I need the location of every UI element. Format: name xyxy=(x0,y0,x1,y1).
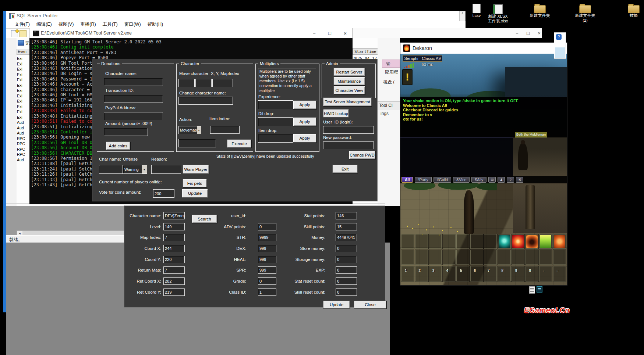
experience-input[interactable] xyxy=(258,100,293,109)
exit-button[interactable]: Exit xyxy=(332,165,358,173)
chat-tab[interactable]: #Guild xyxy=(434,177,451,183)
vote-coins-input[interactable]: 200 xyxy=(153,189,174,198)
hotbar-slot[interactable] xyxy=(484,234,497,249)
menu-item[interactable]: 文件(F) xyxy=(15,21,30,28)
hotbar-slot[interactable] xyxy=(553,250,566,265)
hotbar-slot[interactable] xyxy=(539,250,552,265)
field-input[interactable]: 15 xyxy=(336,223,357,230)
hotbar-key-slot[interactable]: 4 xyxy=(443,266,456,282)
dil-drop-input[interactable] xyxy=(258,117,293,126)
hotbar-slot[interactable] xyxy=(498,250,511,265)
hotbar-key-slot[interactable]: 1 xyxy=(401,266,414,282)
hotbar-slot[interactable] xyxy=(401,234,414,249)
character-extra-input[interactable] xyxy=(178,139,216,147)
hotbar-slot[interactable] xyxy=(456,250,469,265)
chat-tab[interactable]: &Vice xyxy=(453,177,470,183)
field-input[interactable]: 219 xyxy=(163,288,185,296)
maximize-button[interactable]: □ xyxy=(523,29,533,37)
field-input[interactable]: 7 xyxy=(163,234,185,241)
hotbar-slot[interactable] xyxy=(470,234,483,249)
console-minimize-button[interactable]: − xyxy=(309,30,320,36)
hotbar-key-slot[interactable]: 2 xyxy=(415,266,428,282)
chevron-down-icon[interactable]: ▼ xyxy=(197,126,201,134)
console-close-button[interactable]: × xyxy=(340,30,351,36)
field-input[interactable]: 244 xyxy=(163,245,185,252)
hotbar-key-slot[interactable]: 0 xyxy=(526,266,538,282)
paypal-address-input[interactable] xyxy=(104,112,163,120)
minimize-button[interactable]: − xyxy=(512,29,522,37)
editor-update-button[interactable]: Update xyxy=(323,301,350,309)
hotbar-slot[interactable] xyxy=(498,234,511,249)
menu-item[interactable]: 工具(T) xyxy=(103,21,118,28)
field-input[interactable]: 282 xyxy=(163,277,185,285)
hotbar-key-slot[interactable]: - xyxy=(539,266,552,282)
transaction-id-input[interactable] xyxy=(104,95,163,103)
field-input[interactable]: 146 xyxy=(336,212,357,219)
close-button[interactable]: × xyxy=(534,29,544,37)
offense-dropdown[interactable]: Warning ▼ xyxy=(123,165,147,174)
dekaron-title-bar[interactable]: Dekaron xyxy=(400,43,567,54)
new-password-input[interactable] xyxy=(323,141,374,149)
reason-input[interactable] xyxy=(151,165,181,174)
hotbar-slot[interactable] xyxy=(401,250,414,265)
restart-server-button[interactable]: Restart Server xyxy=(333,68,365,76)
chat-tool-icon[interactable]: ? xyxy=(507,177,514,183)
console-maximize-button[interactable]: □ xyxy=(324,30,335,36)
action-dropdown[interactable]: Movemap ▼ xyxy=(178,126,201,134)
field-input[interactable]: 0 xyxy=(336,245,357,252)
chat-tab[interactable]: All xyxy=(401,177,413,183)
field-input[interactable]: 0 xyxy=(336,288,357,296)
field-input[interactable]: 7 xyxy=(163,266,185,274)
keyboard-indicator[interactable] xyxy=(537,286,542,293)
hotbar-key-slot[interactable]: 3 xyxy=(429,266,442,282)
hotbar-slot[interactable] xyxy=(512,250,524,265)
maintenance-button[interactable]: Maintenance xyxy=(333,77,365,85)
hotbar-slot[interactable] xyxy=(443,250,456,265)
move-mapindex-input[interactable] xyxy=(212,79,233,87)
hotbar-key-slot[interactable]: 5 xyxy=(456,266,469,282)
new-trace-icon[interactable] xyxy=(11,30,18,37)
chat-tool-icon[interactable]: ♟ xyxy=(498,177,505,183)
experience-apply-button[interactable]: Apply xyxy=(293,100,316,109)
item-drop-input[interactable] xyxy=(258,134,293,143)
chat-tool-icon[interactable]: ⚒ xyxy=(516,177,523,183)
help-icon[interactable]: ? xyxy=(556,34,562,40)
chat-tab[interactable]: $Ally xyxy=(471,177,486,183)
field-input[interactable]: 44497041 xyxy=(336,234,357,241)
menu-item[interactable]: 窗口(W) xyxy=(124,21,141,28)
warn-char-name-input[interactable] xyxy=(99,165,123,174)
hotbar-key-slot[interactable]: 7 xyxy=(484,266,497,282)
scrollbar-up-fragment[interactable]: ∧ xyxy=(459,11,466,21)
move-y-input[interactable] xyxy=(195,79,212,87)
change-pwd-button[interactable]: Change PWD xyxy=(349,151,375,159)
desktop-icon-skill[interactable]: 技能 xyxy=(623,5,644,18)
hotbar-slot[interactable] xyxy=(539,234,552,249)
execute-button[interactable]: Execute xyxy=(227,139,251,148)
hotbar-slot[interactable] xyxy=(443,234,456,249)
item-apply-button[interactable]: Apply xyxy=(293,134,316,143)
editor-close-button[interactable]: Close xyxy=(354,301,386,309)
hotbar-key-slot[interactable]: = xyxy=(553,266,566,282)
field-input[interactable]: 149 xyxy=(163,223,185,230)
donation-character-name-input[interactable] xyxy=(104,78,163,86)
hotbar-key-slot[interactable]: 6 xyxy=(470,266,483,282)
field-input[interactable]: DEV]Zenny xyxy=(163,212,185,219)
chat-tool-icon[interactable]: ▤ xyxy=(488,177,496,183)
vote-update-button[interactable]: Update xyxy=(182,189,208,198)
hwid-lookup-button[interactable]: HWID Lookup xyxy=(323,109,349,118)
console-title-bar[interactable]: E:\Evolution\GM Tool\GM Tool Server v2.e… xyxy=(29,28,353,38)
field-input[interactable]: 0 xyxy=(336,256,357,263)
field-input[interactable]: 0 xyxy=(336,266,357,274)
hotbar-slot[interactable] xyxy=(526,234,538,249)
add-coins-button[interactable]: Add coins xyxy=(106,141,130,150)
warn-player-button[interactable]: Warn Player xyxy=(183,165,209,174)
amount-input[interactable] xyxy=(104,128,148,136)
hotbar-slot[interactable] xyxy=(415,234,428,249)
open-trace-icon[interactable] xyxy=(20,30,26,37)
npc-name-label[interactable]: Beth the Middleman xyxy=(515,132,547,137)
hotbar-slot[interactable] xyxy=(512,234,524,249)
user-id-input[interactable] xyxy=(323,126,374,134)
test-server-management-button[interactable]: Test Server Management xyxy=(323,97,372,106)
hotbar-slot[interactable] xyxy=(415,250,428,265)
menu-item[interactable]: 帮助(H) xyxy=(148,21,163,28)
